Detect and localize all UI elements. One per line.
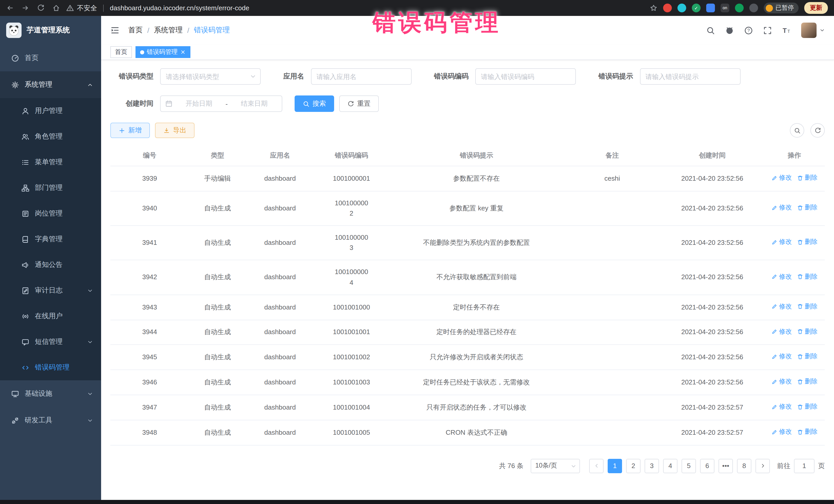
add-button[interactable]: 新增 [110, 123, 150, 138]
edit-link[interactable]: 修改 [771, 203, 792, 213]
page-button-5[interactable]: 5 [682, 459, 696, 473]
error-type-select[interactable] [160, 68, 261, 85]
user-menu[interactable] [801, 23, 825, 38]
emoji-icon [766, 4, 773, 12]
close-icon[interactable] [180, 49, 186, 55]
next-page-button[interactable] [755, 459, 770, 473]
sidebar-item-role[interactable]: 角色管理 [0, 124, 101, 149]
table-row: 3943自动生成dashboard1001001000定时任务不存在2021-0… [110, 294, 825, 320]
error-type-input[interactable] [160, 68, 261, 85]
goto-page-input[interactable] [794, 459, 814, 473]
sidebar-item-menu[interactable]: 菜单管理 [0, 149, 101, 175]
font-size-icon[interactable]: TT [782, 26, 791, 35]
page-button-6[interactable]: 6 [700, 459, 715, 473]
page-button-2[interactable]: 2 [626, 459, 640, 473]
edit-link[interactable]: 修改 [771, 272, 792, 282]
extension-icon-teal[interactable] [678, 4, 686, 12]
cell-time: 2021-04-20 23:52:56 [660, 345, 764, 370]
page-button-4[interactable]: 4 [663, 459, 678, 473]
update-button[interactable]: 更新 [804, 2, 828, 14]
edit-link[interactable]: 修改 [771, 173, 792, 183]
refresh-icon [814, 127, 821, 134]
sidebar-item-audit-log[interactable]: 审计日志 [0, 278, 101, 303]
github-icon[interactable] [725, 26, 734, 35]
extension-icon-on[interactable]: on [721, 4, 729, 12]
help-icon[interactable]: ? [744, 26, 753, 35]
delete-link[interactable]: 删除 [797, 402, 817, 412]
edit-link[interactable]: 修改 [771, 427, 792, 437]
breadcrumb-home[interactable]: 首页 [128, 26, 143, 35]
sidebar-item-error-code[interactable]: 错误码管理 [0, 355, 101, 380]
export-button[interactable]: 导出 [155, 123, 195, 138]
delete-icon [797, 328, 803, 335]
breadcrumb-system[interactable]: 系统管理 [154, 26, 183, 35]
delete-link[interactable]: 删除 [797, 327, 817, 337]
search-icon[interactable] [706, 26, 715, 35]
sidebar-item-dept[interactable]: 部门管理 [0, 175, 101, 201]
delete-link[interactable]: 删除 [797, 377, 817, 387]
extension-icon-blue[interactable] [706, 4, 715, 12]
delete-link[interactable]: 删除 [797, 427, 817, 437]
delete-link[interactable]: 删除 [797, 272, 817, 282]
filter-label: 错误码类型 [111, 72, 153, 81]
delete-link[interactable]: 删除 [797, 203, 817, 213]
delete-link[interactable]: 删除 [797, 237, 817, 247]
edit-link[interactable]: 修改 [771, 402, 792, 412]
refresh-icon[interactable] [37, 4, 45, 12]
sidebar-item-system[interactable]: 系统管理 [0, 71, 101, 98]
refresh-table-button[interactable] [810, 123, 825, 137]
tag-home[interactable]: 首页 [110, 46, 132, 58]
show-search-button[interactable] [790, 123, 804, 137]
sidebar-item-label: 角色管理 [35, 132, 63, 141]
prev-page-button[interactable] [589, 459, 603, 473]
sidebar-item-online-user[interactable]: 在线用户 [0, 303, 101, 329]
page-size-select[interactable]: 10条/页 [531, 459, 580, 473]
extension-icon-dark[interactable] [749, 4, 758, 12]
forward-icon[interactable] [22, 4, 29, 12]
download-icon [163, 127, 170, 134]
extension-icon-green-check[interactable]: ✓ [692, 4, 701, 12]
filter-label: 创建时间 [111, 99, 153, 108]
page-ellipsis[interactable]: ••• [719, 459, 733, 473]
extension-icon-green[interactable] [735, 4, 744, 12]
page-button-8[interactable]: 8 [737, 459, 751, 473]
tag-error-code[interactable]: 错误码管理 [135, 46, 191, 58]
error-code-input[interactable] [475, 68, 576, 85]
edit-link[interactable]: 修改 [771, 237, 792, 247]
fullscreen-icon[interactable] [763, 26, 772, 35]
sidebar-item-home[interactable]: 首页 [0, 45, 101, 71]
page-button-1[interactable]: 1 [608, 459, 622, 473]
sidebar-item-notice[interactable]: 通知公告 [0, 252, 101, 278]
sidebar-item-sms[interactable]: 短信管理 [0, 329, 101, 355]
reset-button[interactable]: 重置 [339, 95, 379, 112]
page-button-3[interactable]: 3 [644, 459, 659, 473]
edit-link[interactable]: 修改 [771, 302, 792, 311]
cell-type: 自动生成 [189, 191, 246, 226]
delete-link[interactable]: 删除 [797, 352, 817, 362]
delete-link[interactable]: 删除 [797, 173, 817, 183]
back-icon[interactable] [6, 4, 14, 12]
app-name-input[interactable] [311, 68, 411, 85]
sidebar-item-user[interactable]: 用户管理 [0, 98, 101, 124]
delete-link[interactable]: 删除 [797, 302, 817, 311]
sidebar-item-label: 系统管理 [25, 80, 52, 89]
edit-link[interactable]: 修改 [771, 327, 792, 337]
extension-icon-red[interactable] [663, 4, 672, 12]
sidebar-item-infra[interactable]: 基础设施 [0, 380, 101, 407]
sidebar-item-dict[interactable]: 字典管理 [0, 226, 101, 252]
paused-chip[interactable]: 已暂停 [764, 3, 798, 13]
edit-link[interactable]: 修改 [771, 352, 792, 362]
sidebar-item-post[interactable]: 岗位管理 [0, 201, 101, 226]
search-button[interactable]: 搜索 [294, 95, 334, 112]
security-indicator[interactable]: 不安全 [66, 3, 97, 13]
cell-id: 3945 [110, 345, 189, 370]
address-bar[interactable]: dashboard.yudao.iocoder.cn/system/error-… [110, 4, 643, 12]
sidebar-item-dev-tools[interactable]: 研发工具 [0, 407, 101, 434]
sidebar-fold-icon[interactable] [110, 26, 119, 35]
home-icon[interactable] [52, 4, 60, 12]
error-hint-input[interactable] [640, 68, 740, 85]
date-range-picker[interactable]: 开始日期 - 结束日期 [160, 95, 282, 112]
bookmark-star-icon[interactable] [650, 4, 657, 12]
edit-link[interactable]: 修改 [771, 377, 792, 387]
sidebar-item-label: 菜单管理 [35, 158, 63, 167]
